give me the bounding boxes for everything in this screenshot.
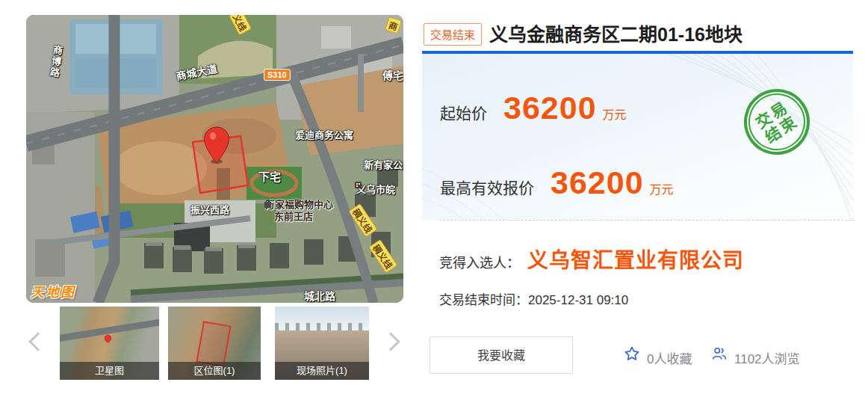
highest-bid-value: 36200 — [551, 164, 644, 201]
favorite-count: 0人收藏 — [647, 348, 692, 367]
thumb-skyline-art — [275, 323, 369, 330]
page-title: 义乌金融商务区二期01-16地块 — [489, 19, 743, 46]
thumbnail-satellite[interactable]: 卫星图 — [60, 307, 159, 380]
dashed-divider — [439, 220, 855, 221]
start-price-row: 起始价 36200 万元 — [440, 90, 627, 126]
thumbnail-caption: 现场照片(1) — [275, 362, 369, 380]
winner-label: 竞得入选人： — [439, 252, 520, 271]
satellite-map-art — [26, 15, 403, 303]
map-provider-logo: 天地图 — [31, 281, 75, 301]
thumbnail-caption: 区位图(1) — [168, 362, 261, 380]
end-time-value: 2025-12-31 09:10 — [528, 293, 628, 307]
thumbnail-site-photo[interactable]: 现场照片(1) — [275, 307, 369, 380]
status-badge: 交易结束 — [424, 23, 482, 46]
end-time-label: 交易结束时间： — [439, 293, 528, 307]
star-icon[interactable] — [624, 345, 640, 362]
thumbnail-location-map[interactable]: 区位图(1) — [168, 307, 261, 380]
stamp-text: 交易 结束 — [752, 98, 801, 147]
land-auction-detail-page: { "header": { "status_badge": "交易结束", "t… — [0, 0, 868, 397]
satellite-map[interactable]: 商博路 商城大道 S310 傅宅 义线 商 爱迪商务公寓 新有家公寓 义乌市皖 … — [26, 15, 403, 303]
winner-name: 义乌智汇置业有限公司 — [527, 244, 744, 274]
start-price-label: 起始价 — [440, 101, 487, 123]
map-route-badge-s310: S310 — [264, 69, 291, 81]
carousel-prev-icon[interactable] — [28, 332, 47, 351]
start-price-unit: 万元 — [603, 105, 627, 123]
view-count: 1102人浏览 — [734, 348, 800, 367]
end-time-row: 交易结束时间：2025-12-31 09:10 — [439, 289, 628, 308]
favorite-button[interactable]: 我要收藏 — [430, 336, 573, 374]
highest-bid-unit: 万元 — [650, 179, 674, 197]
highest-bid-row: 最高有效报价 36200 万元 — [440, 164, 674, 201]
start-price-value: 36200 — [503, 90, 597, 126]
winner-row: 竞得入选人： 义乌智汇置业有限公司 — [439, 244, 744, 274]
highest-bid-label: 最高有效报价 — [440, 176, 534, 198]
price-panel: 起始价 36200 万元 最高有效报价 36200 万元 交易 结束 — [422, 54, 853, 220]
viewers-icon — [711, 345, 728, 362]
thumbnail-caption: 卫星图 — [60, 362, 159, 380]
carousel-next-icon[interactable] — [381, 332, 400, 351]
